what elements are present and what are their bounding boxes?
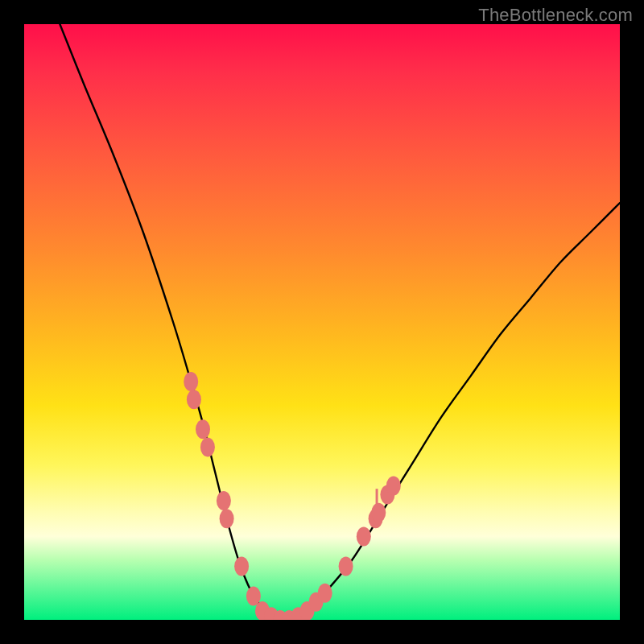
marker-dot (187, 390, 201, 409)
chart-overlay (24, 24, 620, 620)
marker-dot (184, 372, 198, 391)
chart-frame: TheBottleneck.com (0, 0, 644, 644)
marker-dot (234, 556, 249, 576)
bottleneck-curve (60, 24, 620, 620)
marker-dot (339, 556, 353, 576)
marker-dot (357, 526, 371, 546)
marker-dot (217, 491, 231, 510)
marker-group (184, 372, 401, 620)
plot-area (24, 24, 620, 620)
watermark-text: TheBottleneck.com (478, 5, 633, 26)
marker-dot (386, 477, 401, 496)
marker-dot (318, 584, 332, 603)
marker-dot (196, 419, 210, 439)
marker-dot (220, 509, 234, 528)
marker-dot (371, 503, 386, 522)
marker-dot (200, 437, 215, 456)
